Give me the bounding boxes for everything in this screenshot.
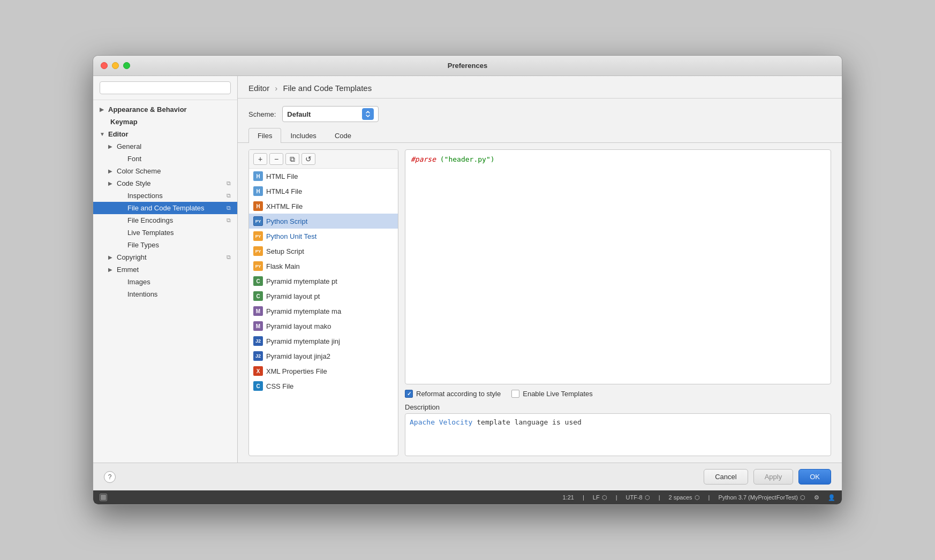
live-templates-checkbox[interactable] — [511, 390, 519, 398]
copy-icon: ⧉ — [227, 254, 231, 261]
sidebar-item-color-scheme[interactable]: ▶ Color Scheme — [93, 165, 237, 177]
main-content: 🔍 ▶ Appearance & Behavior Keymap ▼ — [93, 76, 842, 463]
add-template-button[interactable]: + — [253, 153, 267, 165]
description-rest-text: template language is used — [472, 418, 582, 426]
sidebar-item-live-templates[interactable]: Live Templates — [93, 226, 237, 239]
minimize-button[interactable] — [112, 62, 119, 69]
sidebar-item-label: General — [117, 142, 141, 150]
sidebar-nav: ▶ Appearance & Behavior Keymap ▼ Editor … — [93, 100, 237, 463]
status-sep3: | — [659, 494, 660, 501]
maximize-button[interactable] — [123, 62, 130, 69]
list-item[interactable]: PY Python Unit Test — [249, 229, 398, 244]
live-templates-checkbox-item[interactable]: Enable Live Templates — [511, 390, 593, 398]
reformat-checkbox-item[interactable]: Reformat according to style — [405, 390, 501, 398]
svg-rect-0 — [101, 495, 106, 500]
breadcrumb-bar: Editor › File and Code Templates — [238, 76, 842, 99]
cancel-button[interactable]: Cancel — [704, 469, 748, 485]
list-item[interactable]: C Pyramid mytemplate pt — [249, 274, 398, 289]
template-icon-pyramid3: M — [253, 306, 263, 316]
status-sep1: | — [583, 494, 584, 501]
list-item[interactable]: H HTML File — [249, 169, 398, 184]
chevron-right-icon: ▶ — [108, 267, 115, 273]
tab-includes[interactable]: Includes — [281, 128, 325, 143]
status-position: 1:21 — [563, 494, 574, 501]
sidebar-item-intentions[interactable]: Intentions — [93, 288, 237, 300]
editor-panel: #parse ("header.py") Reformat according … — [405, 149, 831, 456]
list-item[interactable]: PY Setup Script — [249, 244, 398, 259]
template-item-name: XHTML File — [266, 202, 394, 210]
sidebar-item-label: File Types — [127, 241, 159, 249]
scheme-label: Scheme: — [248, 110, 276, 118]
status-person-icon[interactable]: 👤 — [828, 494, 835, 501]
list-item[interactable]: H HTML4 File — [249, 184, 398, 199]
sidebar-item-font[interactable]: Font — [93, 153, 237, 165]
apply-button[interactable]: Apply — [753, 469, 794, 485]
scheme-dropdown-arrow — [362, 108, 374, 120]
tab-files[interactable]: Files — [248, 128, 281, 143]
list-item[interactable]: M Pyramid mytemplate ma — [249, 304, 398, 319]
scheme-select[interactable]: Default — [282, 106, 379, 122]
chevron-down-icon: ▼ — [100, 131, 106, 137]
sidebar-item-file-and-code-templates[interactable]: File and Code Templates ⧉ — [93, 202, 237, 214]
list-item[interactable]: PY Flask Main — [249, 259, 398, 274]
sidebar-item-label: Inspections — [127, 192, 163, 200]
sidebar-item-appearance[interactable]: ▶ Appearance & Behavior — [93, 103, 237, 116]
sidebar-item-code-style[interactable]: ▶ Code Style ⧉ — [93, 177, 237, 190]
breadcrumb-current: File and Code Templates — [283, 84, 372, 93]
remove-template-button[interactable]: − — [269, 153, 283, 165]
scheme-value: Default — [287, 110, 359, 118]
template-icon-html4: H — [253, 186, 263, 196]
sidebar-item-images[interactable]: Images — [93, 276, 237, 288]
breadcrumb-separator: › — [275, 84, 277, 93]
ok-button[interactable]: OK — [798, 469, 831, 485]
template-item-name: Setup Script — [266, 247, 394, 255]
status-encoding[interactable]: UTF-8 ⬡ — [626, 494, 650, 501]
list-item[interactable]: J2 Pyramid layout jinja2 — [249, 349, 398, 364]
reformat-checkbox[interactable] — [405, 390, 413, 398]
template-item-name: Pyramid mytemplate ma — [266, 307, 394, 315]
template-item-name: HTML4 File — [266, 187, 394, 195]
search-input[interactable] — [100, 81, 231, 94]
breadcrumb-parent: Editor — [248, 84, 269, 93]
list-item[interactable]: PY Python Script — [249, 214, 398, 229]
sidebar-item-label: Keymap — [110, 118, 138, 126]
template-list-panel: + − ⧉ ↺ H HTML File H — [248, 149, 398, 456]
close-button[interactable] — [101, 62, 108, 69]
sidebar-item-file-types[interactable]: File Types — [93, 239, 237, 251]
preferences-window: Preferences 🔍 ▶ Appearance & Behavior — [93, 55, 842, 505]
template-icon-py-script: PY — [253, 216, 263, 226]
status-line-endings[interactable]: LF ⬡ — [593, 494, 607, 501]
window-title: Preferences — [448, 62, 487, 70]
list-item[interactable]: H XHTML File — [249, 199, 398, 214]
sidebar-item-label: Appearance & Behavior — [108, 105, 187, 113]
status-interpreter[interactable]: Python 3.7 (MyProjectForTest) ⬡ — [718, 494, 805, 501]
sidebar-item-file-encodings[interactable]: File Encodings ⧉ — [93, 214, 237, 226]
chevron-updown-icon — [364, 110, 372, 118]
sidebar-item-copyright[interactable]: ▶ Copyright ⧉ — [93, 251, 237, 263]
help-button[interactable]: ? — [104, 471, 116, 483]
template-icon-html: H — [253, 171, 263, 181]
status-indent[interactable]: 2 spaces ⬡ — [669, 494, 700, 501]
list-item[interactable]: C Pyramid layout pt — [249, 289, 398, 304]
code-editor[interactable]: #parse ("header.py") — [405, 149, 831, 384]
list-item[interactable]: J2 Pyramid mytemplate jinj — [249, 334, 398, 349]
tab-code[interactable]: Code — [326, 128, 360, 143]
status-gear-icon[interactable]: ⚙ — [814, 494, 819, 501]
sidebar-item-inspections[interactable]: Inspections ⧉ — [93, 190, 237, 202]
apache-velocity-link[interactable]: Apache Velocity — [410, 418, 472, 426]
copy-template-button[interactable]: ⧉ — [285, 153, 299, 165]
description-section: Description Apache Velocity template lan… — [405, 401, 831, 456]
list-item[interactable]: C CSS File — [249, 379, 398, 393]
list-item[interactable]: M Pyramid layout mako — [249, 319, 398, 334]
template-item-name: CSS File — [266, 382, 394, 390]
reset-template-button[interactable]: ↺ — [301, 153, 315, 165]
sidebar-item-label: Editor — [108, 130, 129, 138]
copy-icon: ⧉ — [227, 217, 231, 224]
code-string-value: ("header.py") — [436, 155, 495, 163]
sidebar-item-emmet[interactable]: ▶ Emmet — [93, 263, 237, 276]
sidebar-item-editor[interactable]: ▼ Editor — [93, 128, 237, 140]
copy-icon: ⧉ — [227, 205, 231, 211]
list-item[interactable]: X XML Properties File — [249, 364, 398, 379]
sidebar-item-keymap[interactable]: Keymap — [93, 116, 237, 128]
sidebar-item-general[interactable]: ▶ General — [93, 140, 237, 153]
